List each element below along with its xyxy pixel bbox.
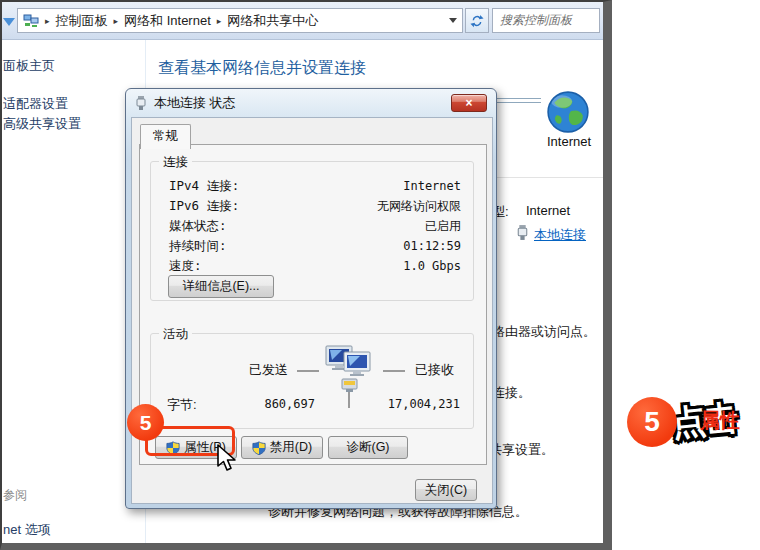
breadcrumb-dropdown-icon[interactable] [449, 18, 457, 23]
search-input[interactable]: 搜索控制面板 [492, 8, 600, 33]
mouse-cursor-icon [215, 443, 237, 473]
close-icon[interactable]: × [451, 94, 487, 112]
close-button[interactable]: 关闭(C) [415, 479, 477, 501]
row-duration: 持续时间: 01:12:59 [169, 236, 461, 256]
media-state-value: 已启用 [425, 216, 461, 236]
computers-activity-icon [322, 342, 376, 396]
bytes-sent-value: 860,697 [235, 397, 315, 411]
plug-icon [135, 95, 147, 111]
see-also-heading: 参阅 [3, 487, 27, 504]
network-map-connector [497, 98, 541, 103]
bytes-received-value: 17,004,231 [380, 397, 460, 411]
sidebar-item-internet-options[interactable]: net 选项 [3, 521, 51, 539]
received-label: 已接收 [415, 361, 454, 379]
step-badge: 5 [127, 404, 164, 441]
uac-shield-icon [252, 441, 266, 455]
close-button-label: 关闭(C) [425, 482, 467, 499]
breadcrumb-separator-icon: ▸ [43, 16, 52, 26]
ipv6-value: 无网络访问权限 [377, 196, 461, 216]
duration-value: 01:12:59 [403, 236, 461, 256]
tab-general[interactable]: 常规 [140, 124, 191, 149]
breadcrumb-separator-icon: ▸ [215, 16, 224, 26]
callout-target-text: 属性 [700, 407, 740, 434]
ipv6-label: IPv6 连接: [169, 196, 239, 216]
dialog-title: 本地连接 状态 [154, 94, 236, 112]
access-type-value: Internet [526, 203, 570, 218]
connection-legend: 连接 [159, 154, 192, 171]
breadcrumb-sharing-center[interactable]: 网络和共享中心 [227, 12, 318, 30]
breadcrumb-separator-icon: ▸ [112, 16, 121, 26]
row-speed: 速度: 1.0 Gbps [169, 256, 461, 276]
media-state-label: 媒体状态: [169, 216, 227, 236]
page-title: 查看基本网络信息并设置连接 [158, 58, 366, 79]
nav-dropdown-icon[interactable] [3, 18, 15, 26]
dialog-titlebar[interactable]: 本地连接 状态 × [126, 89, 496, 117]
address-toolbar: ▸ 控制面板 ▸ 网络和 Internet ▸ 网络和共享中心 搜索控制面板 [2, 2, 603, 40]
bg-text-router: 路由器或访问点。 [492, 323, 596, 341]
sent-connector [297, 370, 319, 372]
captured-window: ▸ 控制面板 ▸ 网络和 Internet ▸ 网络和共享中心 搜索控制面板 面… [0, 0, 612, 550]
diagnose-button-label: 诊断(G) [346, 439, 389, 456]
received-connector [383, 370, 405, 372]
ipv4-label: IPv4 连接: [169, 176, 239, 196]
refresh-button[interactable] [465, 8, 489, 33]
step-badge: 5 [627, 397, 677, 447]
speed-value: 1.0 Gbps [403, 256, 461, 276]
section-separator [497, 177, 603, 178]
tab-page-general: 连接 IPv4 连接: Internet IPv6 连接: 无网络访问权限 媒体… [139, 144, 487, 465]
internet-node-label: Internet [538, 134, 600, 149]
connection-plug-icon [516, 224, 529, 241]
speed-label: 速度: [169, 256, 202, 276]
ipv4-value: Internet [403, 176, 461, 196]
activity-legend: 活动 [159, 326, 192, 343]
row-media-state: 媒体状态: 已启用 [169, 216, 461, 236]
sidebar-item-adapter-settings[interactable]: 适配器设置 [3, 95, 68, 113]
breadcrumb-network-internet[interactable]: 网络和 Internet [124, 12, 211, 30]
sidebar-item-home[interactable]: 面板主页 [3, 57, 55, 75]
row-ipv4: IPv4 连接: Internet [169, 176, 461, 196]
sidebar-item-advanced-sharing[interactable]: 高级共享设置 [3, 115, 81, 133]
details-button[interactable]: 详细信息(E)... [168, 275, 274, 298]
local-connection-link[interactable]: 本地连接 [534, 226, 586, 244]
network-icon [23, 14, 39, 28]
breadcrumb[interactable]: ▸ 控制面板 ▸ 网络和 Internet ▸ 网络和共享中心 [17, 8, 463, 33]
refresh-icon [470, 14, 484, 28]
disable-button-label: 禁用(D) [270, 439, 312, 456]
breadcrumb-control-panel[interactable]: 控制面板 [56, 12, 108, 30]
row-ipv6: IPv6 连接: 无网络访问权限 [169, 196, 461, 216]
activity-groupbox: 活动 已发送 [150, 333, 474, 429]
bytes-divider [348, 392, 350, 408]
internet-globe-icon[interactable] [546, 90, 590, 134]
details-button-label: 详细信息(E)... [182, 278, 259, 295]
bg-text-connect: 连接。 [492, 384, 531, 402]
diagnose-button[interactable]: 诊断(G) [328, 436, 408, 459]
bytes-label: 字节: [167, 396, 197, 414]
disable-button[interactable]: 禁用(D) [241, 436, 323, 459]
sent-label: 已发送 [249, 361, 288, 379]
duration-label: 持续时间: [169, 236, 227, 256]
